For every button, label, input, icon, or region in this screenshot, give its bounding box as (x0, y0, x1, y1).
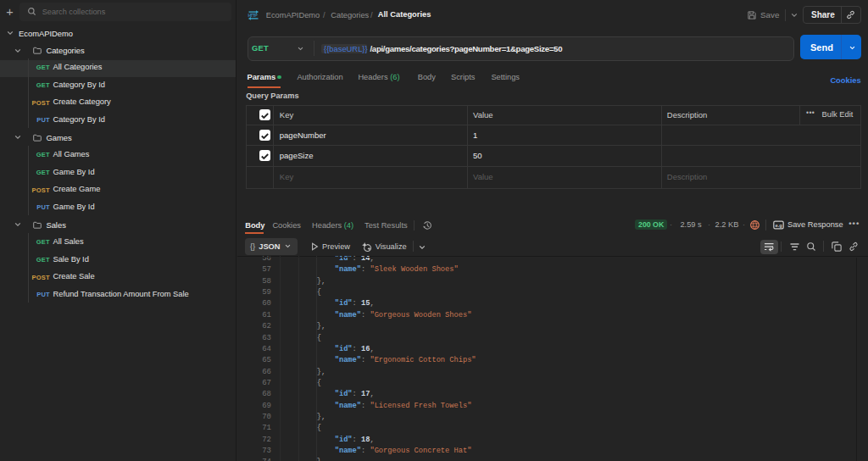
svg-text:HTTP: HTTP (248, 13, 258, 18)
svg-text:e.g: e.g (775, 223, 782, 228)
